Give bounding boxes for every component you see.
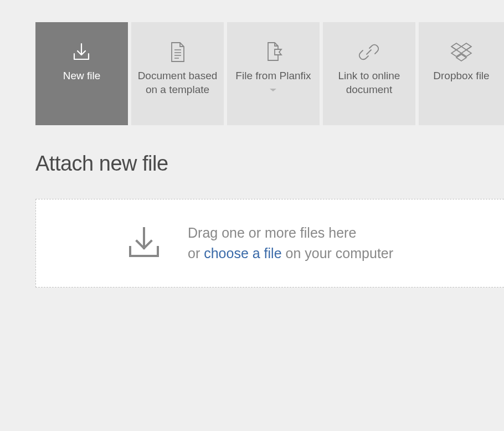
download-icon bbox=[125, 224, 163, 263]
dropzone-text: Drag one or more files here or choose a … bbox=[188, 223, 393, 264]
choose-file-link[interactable]: choose a file bbox=[204, 245, 281, 261]
dropbox-icon bbox=[449, 37, 474, 67]
tab-new-file[interactable]: New file bbox=[35, 22, 128, 125]
tab-dropbox[interactable]: Dropbox file bbox=[419, 22, 504, 125]
tab-label: New file bbox=[58, 69, 106, 83]
tab-doc-template[interactable]: Document based on a template bbox=[131, 22, 224, 125]
tab-file-from-planfix[interactable]: File from Planfix bbox=[227, 22, 320, 125]
document-icon bbox=[167, 37, 188, 67]
dropzone-line2: or choose a file on your computer bbox=[188, 243, 393, 264]
file-flag-icon bbox=[261, 37, 285, 67]
chevron-down-icon bbox=[269, 88, 277, 93]
link-icon bbox=[357, 37, 380, 67]
dropzone-line1: Drag one or more files here bbox=[188, 223, 393, 244]
download-icon bbox=[70, 37, 93, 67]
tab-label: Link to online document bbox=[323, 69, 415, 96]
tabs-row: New file Document based on a template bbox=[35, 22, 504, 125]
tab-label: Dropbox file bbox=[428, 69, 495, 83]
tab-label: Document based on a template bbox=[131, 69, 224, 96]
page-heading: Attach new file bbox=[35, 152, 504, 176]
tab-label: File from Planfix bbox=[230, 69, 316, 83]
tab-link-online[interactable]: Link to online document bbox=[323, 22, 415, 125]
dropzone[interactable]: Drag one or more files here or choose a … bbox=[35, 199, 504, 288]
